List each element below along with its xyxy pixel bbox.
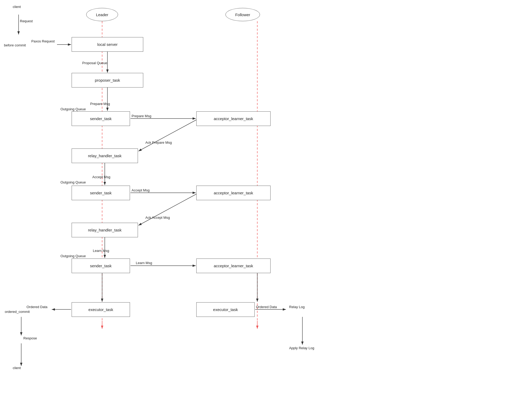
outgoing-queue-2-label: Outgoing Queue	[60, 180, 86, 184]
accept-msg-label: Accept Msg	[92, 175, 110, 179]
sender-task-2-label: sender_task	[90, 191, 112, 195]
sender-task-1-node: sender_task	[72, 111, 130, 126]
proposer-task-node: proposer_task	[72, 73, 143, 88]
acceptor-learner-3-label: acceptor_learner_task	[214, 264, 253, 268]
ack-accept-label: Ack Accept Msg	[145, 216, 170, 220]
follower-label: Follower	[235, 12, 250, 17]
acceptor-learner-1-node: acceptor_learner_task	[196, 111, 271, 126]
svg-line-14	[138, 194, 196, 225]
ordered-data-right-label: Ordered Data	[256, 305, 277, 309]
proposer-task-label: proposer_task	[95, 78, 120, 82]
sender-task-3-node: sender_task	[72, 259, 130, 273]
proposal-queue-label: Proposal Queue	[82, 61, 107, 65]
relay-handler-2-node: relay_handler_task	[72, 223, 138, 237]
sender-task-2-node: sender_task	[72, 186, 130, 200]
executor-task-leader-label: executor_task	[88, 307, 113, 312]
accept-msg-arrow-label: Accept Msg	[132, 188, 150, 192]
local-server-node: local server	[72, 37, 143, 52]
executor-task-follower-label: executor_task	[213, 307, 238, 312]
acceptor-learner-1-label: acceptor_learner_task	[214, 116, 253, 121]
arrows-svg	[0, 0, 513, 420]
sender-task-1-label: sender_task	[90, 116, 112, 121]
client-top-label: client	[13, 5, 21, 9]
learn-msg-arrow-label: Learn Msg	[136, 261, 152, 265]
diagram: Leader Follower local server proposer_ta…	[0, 0, 513, 420]
relay-handler-2-label: relay_handler_task	[88, 228, 122, 232]
ack-prepare-label: Ack Prepare Msg	[145, 141, 172, 145]
local-server-label: local server	[97, 42, 118, 47]
acceptor-learner-2-node: acceptor_learner_task	[196, 186, 271, 200]
sender-task-3-label: sender_task	[90, 264, 112, 268]
leader-label: Leader	[96, 12, 108, 17]
paxos-request-label: Paxos Request	[31, 39, 55, 43]
relay-handler-1-node: relay_handler_task	[72, 148, 138, 163]
request-label: Request	[20, 19, 33, 23]
svg-line-11	[138, 120, 196, 151]
acceptor-learner-2-label: acceptor_learner_task	[214, 191, 253, 195]
before-commit-label: before commit	[4, 43, 26, 47]
outgoing-queue-3-label: Outgoing Queue	[60, 254, 86, 258]
leader-node: Leader	[86, 8, 118, 21]
outgoing-queue-1-label: Outgoing Queue	[60, 107, 86, 111]
ordered-data-left-label: Ordered Data	[27, 305, 47, 309]
ordered-commit-label: ordered_commit	[5, 310, 30, 314]
acceptor-learner-3-node: acceptor_learner_task	[196, 259, 271, 273]
apply-relay-log-label: Apply Relay Log	[289, 346, 314, 350]
learn-msg-label: Learn Msg	[93, 249, 109, 253]
executor-task-follower-node: executor_task	[196, 302, 255, 317]
follower-node: Follower	[225, 8, 260, 21]
executor-task-leader-node: executor_task	[72, 302, 130, 317]
prepare-msg-arrow-label: Prepare Msg	[132, 114, 151, 118]
client-bottom-label: client	[13, 366, 21, 370]
response-label: Respose	[23, 336, 37, 340]
relay-handler-1-label: relay_handler_task	[88, 154, 122, 158]
prepare-msg-1-label: Prepare Msg	[90, 102, 110, 106]
relay-log-label: Relay Log	[289, 305, 305, 309]
